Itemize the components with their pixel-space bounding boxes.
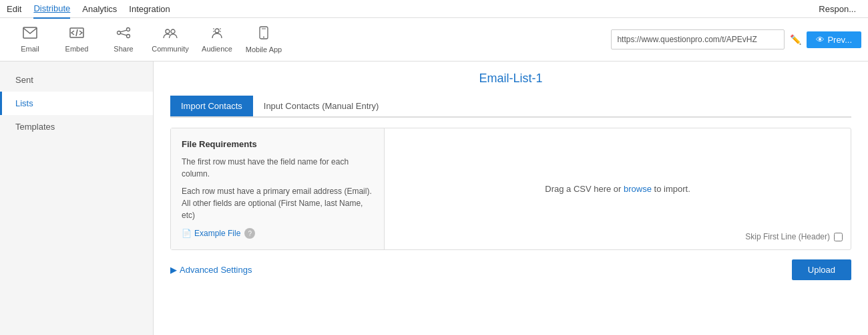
file-requirements-heading: File Requirements <box>182 139 373 149</box>
toolbar-email[interactable]: Email <box>7 18 53 61</box>
toolbar-mobile-app-label: Mobile App <box>246 45 282 53</box>
toolbar-community-label: Community <box>152 45 189 53</box>
svg-line-7 <box>120 33 127 35</box>
svg-rect-0 <box>23 27 37 38</box>
svg-point-14 <box>263 36 264 37</box>
svg-point-3 <box>127 27 130 31</box>
skip-first-line-checkbox[interactable] <box>834 233 843 241</box>
upload-button[interactable]: Upload <box>792 259 851 280</box>
nav-integration[interactable]: Integration <box>129 0 170 18</box>
preview-button[interactable]: 👁 Prev... <box>807 31 861 48</box>
skip-first-line-label: Skip First Line (Header) <box>745 232 830 241</box>
svg-point-9 <box>171 29 175 33</box>
sidebar-item-lists[interactable]: Lists <box>0 92 153 115</box>
sidebar-item-sent[interactable]: Sent <box>0 68 153 92</box>
audience-icon <box>210 27 224 42</box>
svg-point-4 <box>127 34 130 37</box>
tab-import-contacts[interactable]: Import Contacts <box>170 96 253 116</box>
community-icon <box>162 27 178 42</box>
embed-icon <box>69 27 84 42</box>
toolbar-share[interactable]: Share <box>100 18 147 61</box>
svg-point-5 <box>118 31 121 34</box>
mobile-app-icon <box>259 26 268 43</box>
example-file-row: 📄 Example File ? <box>182 228 373 239</box>
email-icon <box>23 27 37 42</box>
sidebar-item-templates[interactable]: Templates <box>0 115 153 138</box>
import-box: File Requirements The first row must hav… <box>170 128 851 250</box>
top-nav: Edit Distribute Analytics Integration Re… <box>0 0 868 18</box>
chevron-right-icon: ▶ <box>170 265 177 275</box>
svg-point-10 <box>215 29 219 33</box>
toolbar-embed[interactable]: Embed <box>53 18 100 61</box>
eye-icon: 👁 <box>816 35 825 45</box>
svg-line-6 <box>120 30 127 32</box>
share-icon <box>116 27 131 42</box>
toolbar-share-label: Share <box>114 45 133 53</box>
skip-first-line-row: Skip First Line (Header) <box>745 232 843 241</box>
content-area: Email-List-1 Import Contacts Input Conta… <box>154 62 868 335</box>
bottom-row: ▶ Advanced Settings Upload <box>170 259 851 280</box>
svg-point-8 <box>166 29 170 33</box>
respond-button[interactable]: Respon... <box>813 4 861 14</box>
nav-distribute[interactable]: Distribute <box>33 0 70 19</box>
page-title: Email-List-1 <box>170 72 851 86</box>
example-file-link[interactable]: 📄 Example File <box>182 229 240 238</box>
toolbar-audience-label: Audience <box>202 45 232 53</box>
toolbar-right: ✏️ 👁 Prev... <box>611 29 861 49</box>
nav-analytics[interactable]: Analytics <box>82 0 117 18</box>
advanced-settings-toggle[interactable]: ▶ Advanced Settings <box>170 265 252 275</box>
url-edit-button[interactable]: ✏️ <box>790 34 801 45</box>
nav-edit[interactable]: Edit <box>7 0 21 18</box>
toolbar-audience[interactable]: Audience <box>194 18 240 61</box>
top-nav-right: Respon... <box>813 4 861 14</box>
file-req-para2: Each row must have a primary email addre… <box>182 185 373 221</box>
tab-manual-entry[interactable]: Input Contacts (Manual Entry) <box>253 96 390 116</box>
toolbar-embed-label: Embed <box>65 45 89 53</box>
drop-zone[interactable]: Drag a CSV here or browse to import. Ski… <box>385 128 851 249</box>
svg-line-2 <box>76 29 77 36</box>
tabs-bar: Import Contacts Input Contacts (Manual E… <box>170 96 851 118</box>
toolbar: Email Embed Share <box>0 18 868 62</box>
drop-zone-text: Drag a CSV here or browse to import. <box>545 184 690 194</box>
file-icon: 📄 <box>182 229 192 238</box>
toolbar-email-label: Email <box>21 45 39 53</box>
toolbar-mobile-app[interactable]: Mobile App <box>240 18 287 61</box>
toolbar-community[interactable]: Community <box>147 18 194 61</box>
file-req-para1: The first row must have the field name f… <box>182 156 373 180</box>
file-requirements-panel: File Requirements The first row must hav… <box>171 128 385 249</box>
browse-link[interactable]: browse <box>624 184 652 194</box>
sidebar: Sent Lists Templates <box>0 62 154 335</box>
help-icon[interactable]: ? <box>244 228 255 239</box>
main-layout: Sent Lists Templates Email-List-1 Import… <box>0 62 868 335</box>
url-input[interactable] <box>611 29 785 49</box>
